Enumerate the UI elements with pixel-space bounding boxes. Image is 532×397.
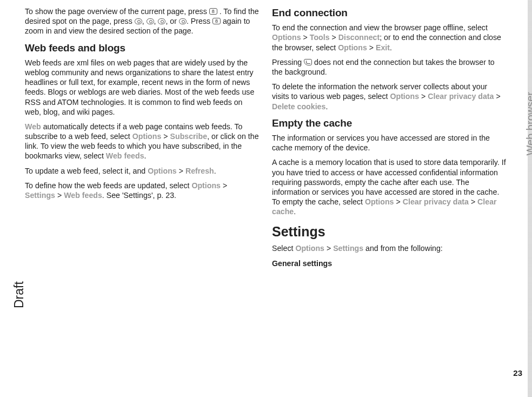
txt: . bbox=[214, 167, 216, 175]
page-number: 23 bbox=[513, 368, 522, 378]
heading-end-connection: End connection bbox=[272, 6, 506, 19]
txt: and from the following: bbox=[363, 244, 443, 253]
key-8-icon: 8 bbox=[212, 18, 221, 24]
ref-options: Options bbox=[390, 92, 419, 101]
ref-web: Web bbox=[25, 122, 41, 131]
ref-web-feeds: Web feeds bbox=[64, 191, 102, 200]
web-feeds-desc: Web feeds are xml files on web pages tha… bbox=[25, 58, 259, 117]
heading-web-feeds: Web feeds and blogs bbox=[25, 42, 259, 55]
txt: Pressing bbox=[272, 58, 304, 67]
press-end-para: Pressing does not end the connection but… bbox=[272, 57, 506, 77]
draft-watermark: Draft bbox=[12, 281, 26, 308]
nav-key-icon bbox=[179, 18, 187, 24]
subscribe-para: Web automatically detects if a web page … bbox=[25, 122, 259, 161]
cache-desc-1: The information or services you have acc… bbox=[272, 133, 506, 153]
sep: > bbox=[419, 92, 428, 101]
sep: > bbox=[55, 191, 64, 200]
decorative-edge bbox=[528, 0, 532, 397]
left-column: To show the page overview of the current… bbox=[25, 6, 259, 385]
ref-exit: Exit bbox=[376, 43, 390, 52]
txt: . bbox=[144, 151, 147, 160]
section-label: Web browser bbox=[524, 92, 532, 155]
txt: , or bbox=[165, 17, 178, 25]
end-conn-para: To end the connection and view the brows… bbox=[272, 23, 506, 52]
txt: . bbox=[390, 43, 392, 52]
sep: > bbox=[367, 43, 376, 52]
heading-settings: Settings bbox=[272, 223, 506, 240]
sep: > bbox=[330, 33, 338, 42]
sep: > bbox=[494, 92, 500, 101]
sep: > bbox=[161, 132, 170, 141]
nav-key-icon bbox=[158, 18, 165, 24]
ref-settings: Settings bbox=[25, 191, 55, 200]
ref-subscribe: Subscribe bbox=[170, 132, 208, 141]
sep: > bbox=[301, 33, 310, 42]
ref-options: Options bbox=[338, 43, 367, 52]
txt: To define how the web feeds are updated,… bbox=[25, 181, 191, 190]
txt: To update a web feed, select it, and bbox=[25, 167, 148, 175]
ref-options: Options bbox=[132, 132, 162, 141]
cache-desc-2: A cache is a memory location that is use… bbox=[272, 157, 506, 216]
ref-options: Options bbox=[148, 167, 177, 175]
ref-options: Options bbox=[191, 181, 221, 190]
update-feed-para: To update a web feed, select it, and Opt… bbox=[25, 166, 259, 176]
ref-options: Options bbox=[272, 33, 301, 42]
txt: Select bbox=[272, 244, 295, 253]
txt: . Press bbox=[187, 17, 212, 25]
txt: . bbox=[294, 207, 296, 216]
ref-disconnect: Disconnect bbox=[338, 33, 380, 42]
nav-key-icon bbox=[135, 18, 142, 24]
right-column: End connection To end the connection and… bbox=[272, 6, 506, 385]
ref-clear-privacy: Clear privacy data bbox=[428, 92, 494, 101]
txt: . bbox=[325, 102, 328, 111]
heading-empty-cache: Empty the cache bbox=[272, 117, 506, 130]
delete-cookies-para: To delete the information the network se… bbox=[272, 82, 506, 111]
ref-tools: Tools bbox=[310, 33, 330, 42]
sep: > bbox=[469, 197, 477, 206]
txt: . See 'Settings', p. 23. bbox=[102, 191, 176, 200]
sep: > bbox=[394, 197, 403, 206]
settings-select-para: Select Options > Settings and from the f… bbox=[272, 243, 506, 253]
sep: > bbox=[177, 167, 185, 175]
key-8-icon: 8 bbox=[209, 8, 217, 15]
ref-clear-privacy: Clear privacy data bbox=[403, 197, 469, 206]
end-key-icon bbox=[304, 59, 312, 65]
ref-options: Options bbox=[295, 244, 324, 253]
ref-refresh: Refresh bbox=[185, 167, 214, 175]
txt: , bbox=[154, 17, 158, 25]
nav-key-icon bbox=[147, 18, 154, 24]
ref-delete-cookies: Delete cookies bbox=[272, 102, 325, 111]
overview-para: To show the page overview of the current… bbox=[25, 6, 259, 36]
txt: To end the connection and view the brows… bbox=[272, 23, 488, 32]
txt: , bbox=[142, 17, 147, 25]
txt: To show the page overview of the current… bbox=[25, 7, 209, 16]
define-feed-para: To define how the web feeds are updated,… bbox=[25, 181, 259, 200]
ref-settings: Settings bbox=[333, 244, 363, 253]
sep: > bbox=[221, 181, 227, 190]
ref-web-feeds: Web feeds bbox=[106, 151, 144, 160]
general-settings-label: General settings bbox=[272, 259, 506, 268]
sep: > bbox=[324, 244, 333, 253]
page-content: To show the page overview of the current… bbox=[25, 6, 506, 385]
ref-options: Options bbox=[365, 197, 394, 206]
